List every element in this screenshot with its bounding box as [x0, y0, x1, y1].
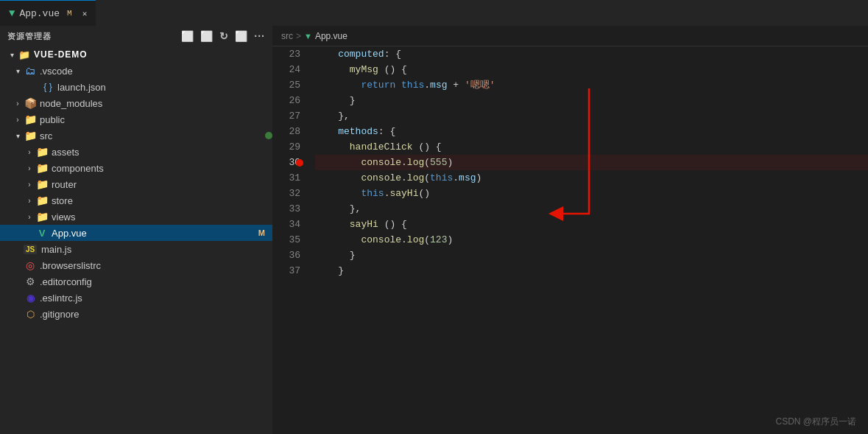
code-line-34: sayHi () {: [315, 217, 868, 232]
code-line-24: myMsg () {: [315, 62, 868, 77]
browserslistrc-icon: ◎: [24, 259, 37, 271]
vscode-label: .vscode: [40, 66, 272, 77]
editorconfig-label: .editorconfig: [40, 276, 272, 287]
sidebar-item-src[interactable]: ▾ 📁 src: [0, 127, 272, 144]
sidebar-header: 资源管理器 ⬜ ⬜ ↻ ⬜ ···: [0, 26, 272, 46]
code-line-23: computed: {: [315, 46, 868, 62]
code-line-35: console.log(123): [315, 232, 868, 248]
line-numbers: 23 24 25 26 27 28 29 30 31 32 33 34 35 3…: [272, 46, 309, 434]
sidebar-item-browserslistrc[interactable]: ◎ .browserslistrc: [0, 257, 272, 273]
node-modules-label: node_modules: [40, 98, 272, 109]
launch-json-label: launch.json: [57, 82, 272, 93]
breadcrumb: src > ▼ App.vue: [272, 26, 868, 46]
sidebar-title: 资源管理器: [7, 31, 52, 42]
tab-modified: M: [67, 9, 72, 18]
main-js-label: main.js: [41, 244, 272, 255]
gitignore-label: .gitignore: [40, 309, 272, 320]
code-line-32: this.sayHi(): [315, 186, 868, 201]
ln-30: 30: [272, 155, 300, 170]
sidebar-item-components[interactable]: › 📁 components: [0, 160, 272, 176]
tab-label: App.vue: [19, 8, 60, 19]
code-line-30: console.log(555): [315, 155, 868, 170]
app-vue-tab[interactable]: ▼ App.vue M ✕: [0, 0, 96, 26]
sidebar-item-main-js[interactable]: JS main.js: [0, 241, 272, 257]
tab-area: ▼ App.vue M ✕: [0, 0, 96, 26]
sidebar-item-editorconfig[interactable]: ⚙ .editorconfig: [0, 273, 272, 290]
components-chevron: ›: [24, 164, 35, 172]
eslintrc-icon: ◉: [24, 293, 37, 304]
launch-json-icon: { }: [41, 82, 54, 92]
assets-label: assets: [52, 147, 272, 158]
components-label: components: [52, 163, 272, 174]
sidebar-item-public[interactable]: › 📁 public: [0, 111, 272, 127]
store-label: store: [52, 195, 272, 206]
src-label: src: [40, 130, 261, 141]
tab-close-button[interactable]: ✕: [82, 9, 88, 18]
sidebar-actions: ⬜ ⬜ ↻ ⬜ ···: [181, 30, 265, 42]
router-label: router: [52, 179, 272, 190]
assets-icon: 📁: [35, 146, 49, 158]
root-label: VUE-DEMO: [34, 49, 272, 60]
src-indicator: [265, 132, 272, 139]
components-icon: 📁: [35, 162, 49, 174]
code-container[interactable]: 23 24 25 26 27 28 29 30 31 32 33 34 35 3…: [272, 46, 868, 434]
ln-27: 27: [272, 108, 300, 124]
editorconfig-icon: ⚙: [24, 276, 37, 287]
breadcrumb-vue-icon: ▼: [304, 32, 312, 41]
public-icon: 📁: [24, 113, 37, 125]
ln-35: 35: [272, 232, 300, 248]
sidebar-item-store[interactable]: › 📁 store: [0, 192, 272, 209]
refresh-icon[interactable]: ↻: [219, 30, 229, 42]
ln-32: 32: [272, 186, 300, 201]
root-chevron: ▾: [6, 51, 18, 59]
code-line-28: methods: {: [315, 124, 868, 139]
sidebar-item-launch-json[interactable]: { } launch.json: [0, 79, 272, 95]
code-lines[interactable]: computed: { myMsg () { return this.msg +…: [309, 46, 868, 434]
sidebar: 资源管理器 ⬜ ⬜ ↻ ⬜ ··· ▾ 📁 VUE-DEMO ▾ 🗂: [0, 26, 272, 434]
code-line-29: handleClick () {: [315, 139, 868, 155]
ln-24: 24: [272, 62, 300, 77]
app-vue-icon: V: [35, 228, 49, 239]
sidebar-item-assets[interactable]: › 📁 assets: [0, 144, 272, 160]
ln-25: 25: [272, 77, 300, 93]
new-file-icon[interactable]: ⬜: [181, 30, 194, 42]
sidebar-item-views[interactable]: › 📁 views: [0, 209, 272, 225]
ln-36: 36: [272, 248, 300, 263]
sidebar-item-node-modules[interactable]: › 📦 node_modules: [0, 95, 272, 111]
file-tree: ▾ 📁 VUE-DEMO ▾ 🗂 .vscode { } launch.json: [0, 46, 272, 434]
node-modules-icon: 📦: [24, 97, 37, 109]
ln-29: 29: [272, 139, 300, 155]
breadcrumb-sep: >: [296, 31, 301, 41]
title-bar: ▼ App.vue M ✕: [0, 0, 868, 26]
sidebar-item-gitignore[interactable]: ⬡ .gitignore: [0, 306, 272, 322]
root-icon: 📁: [18, 49, 31, 60]
main-js-icon: JS: [24, 245, 37, 254]
ln-33: 33: [272, 201, 300, 217]
src-icon: 📁: [24, 130, 37, 141]
sidebar-item-eslintrc[interactable]: ◉ .eslintrc.js: [0, 290, 272, 306]
src-chevron: ▾: [12, 132, 24, 140]
eslintrc-label: .eslintrc.js: [40, 293, 272, 304]
views-icon: 📁: [35, 211, 49, 223]
collapse-icon[interactable]: ⬜: [235, 30, 248, 42]
browserslistrc-label: .browserslistrc: [40, 260, 272, 271]
app-vue-badge: M: [258, 228, 265, 237]
ln-23: 23: [272, 46, 300, 62]
watermark: CSDN @程序员一诺: [775, 416, 856, 428]
router-chevron: ›: [24, 181, 35, 189]
tree-root[interactable]: ▾ 📁 VUE-DEMO: [0, 46, 272, 63]
sidebar-item-router[interactable]: › 📁 router: [0, 176, 272, 192]
code-line-25: return this.msg + '嗯嗯': [315, 77, 868, 93]
vue-tab-icon: ▼: [9, 7, 15, 19]
code-line-26: }: [315, 93, 868, 108]
breadcrumb-src: src: [281, 31, 293, 41]
router-icon: 📁: [35, 178, 49, 190]
code-line-37: }: [315, 263, 868, 279]
more-actions-icon[interactable]: ···: [254, 30, 265, 42]
ln-34: 34: [272, 217, 300, 232]
sidebar-item-app-vue[interactable]: V App.vue M: [0, 225, 272, 241]
new-folder-icon[interactable]: ⬜: [200, 30, 214, 42]
sidebar-item-vscode[interactable]: ▾ 🗂 .vscode: [0, 63, 272, 79]
code-line-27: },: [315, 108, 868, 124]
breadcrumb-file: App.vue: [315, 31, 347, 41]
